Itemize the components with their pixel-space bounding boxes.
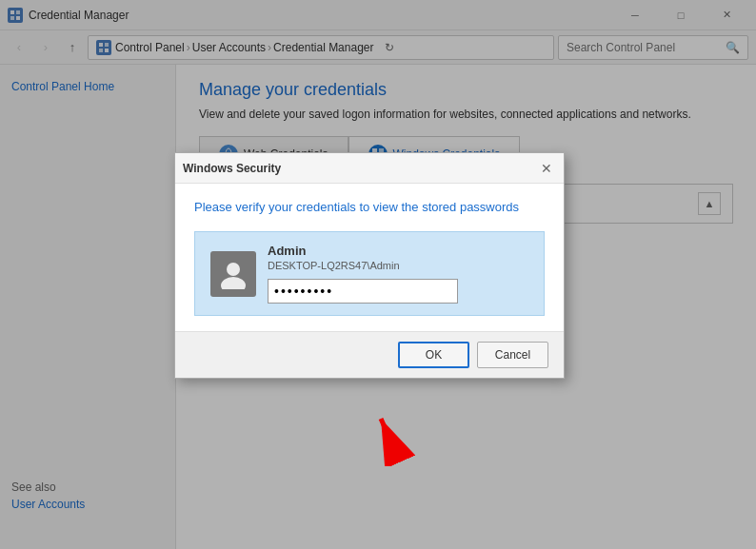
dialog-message: Please verify your credentials to view t…: [194, 199, 545, 216]
user-info-box: Admin DESKTOP-LQ2RS47\Admin: [194, 231, 545, 316]
password-input[interactable]: [268, 279, 458, 304]
dialog-overlay: Windows Security ✕ Please verify your cr…: [0, 0, 756, 549]
dialog-title: Windows Security: [183, 162, 281, 175]
user-domain: DESKTOP-LQ2RS47\Admin: [268, 260, 528, 271]
avatar-icon: [218, 259, 249, 289]
dialog-titlebar: Windows Security ✕: [175, 153, 564, 184]
svg-point-15: [227, 263, 240, 276]
dialog-close-button[interactable]: ✕: [537, 159, 556, 178]
user-name: Admin: [268, 244, 528, 258]
user-avatar: [210, 251, 256, 297]
svg-point-16: [221, 277, 246, 289]
dialog-body: Please verify your credentials to view t…: [175, 184, 564, 331]
red-arrow: [371, 400, 428, 466]
svg-line-18: [381, 419, 400, 461]
windows-security-dialog: Windows Security ✕ Please verify your cr…: [174, 152, 565, 379]
user-details: Admin DESKTOP-LQ2RS47\Admin: [268, 244, 528, 304]
cancel-button[interactable]: Cancel: [477, 342, 548, 368]
dialog-footer: OK Cancel: [175, 331, 564, 378]
ok-button[interactable]: OK: [398, 342, 469, 368]
